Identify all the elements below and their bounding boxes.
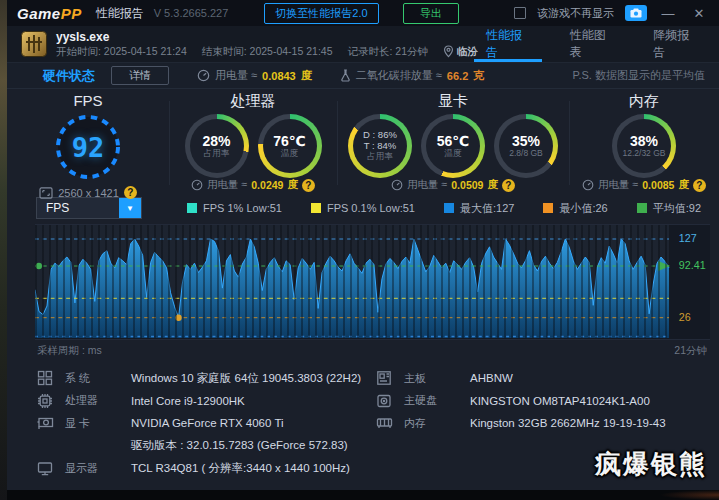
memory-power-help-icon[interactable]: ? xyxy=(693,179,706,192)
sysinfo-row-gpu: 显 卡 NVIDIA GeForce RTX 4060 Ti xyxy=(37,412,372,435)
gpu-title: 显卡 xyxy=(438,92,468,111)
screen-resolution-icon xyxy=(39,187,53,199)
end-time: 结束时间: 2025-04-15 21:45 xyxy=(202,45,333,59)
dont-show-label: 该游戏不再显示 xyxy=(537,6,614,21)
power-value: 0.0843 xyxy=(262,70,296,82)
total-power-metric: 用电量 ≈ 0.0843 度 xyxy=(197,68,312,83)
monitor-icon xyxy=(37,461,53,476)
session-header: yysls.exe 开始时间: 2025-04-15 21:24 结束时间: 2… xyxy=(7,26,719,62)
record-duration: 记录时长: 21分钟 xyxy=(348,45,429,59)
sample-period-label: 采样周期 : ms xyxy=(37,344,102,358)
gamepp-logo: GamePP xyxy=(17,5,82,22)
sysinfo-row-motherboard: 主板 AHBNW xyxy=(376,367,711,390)
system-info-left: 系 统 Windows 10 家庭版 64位 19045.3803 (22H2)… xyxy=(37,367,372,480)
gpu-power-row: 用电量 ≈ 0.0509 度 ? xyxy=(391,178,515,192)
minimize-icon[interactable]: — xyxy=(658,6,678,21)
gpu-power-help-icon[interactable]: ? xyxy=(502,179,515,192)
cpu-power-help-icon[interactable]: ? xyxy=(302,179,315,192)
system-icon xyxy=(37,370,53,386)
sysinfo-row-monitor: 显示器 TCL R34Q81 ( 分辨率:3440 x 1440 100Hz) xyxy=(37,457,372,480)
power-meter-icon xyxy=(582,179,594,191)
gpu-temp-ring: 56℃温度 xyxy=(421,114,485,178)
cpu-icon xyxy=(37,393,53,409)
co2-value: 66.2 xyxy=(447,70,468,82)
legend-swatch xyxy=(444,203,454,213)
tab-performance-chart[interactable]: 性能图表 xyxy=(562,26,622,62)
power-meter-icon xyxy=(391,179,403,191)
screenshot-camera-icon[interactable] xyxy=(625,5,647,21)
gpu-icon xyxy=(37,416,54,430)
chart-duration-label: 21分钟 xyxy=(674,344,707,358)
metric-dropdown[interactable]: FPS ▼ xyxy=(36,197,142,219)
fps-chart-panel: 12792.4126 xyxy=(35,224,710,340)
legend-item-min: 最小值:26 xyxy=(543,201,607,216)
legend-swatch xyxy=(637,203,647,213)
legend-swatch xyxy=(543,203,553,213)
sysinfo-row-driver: 驱动版本 : 32.0.15.7283 (GeForce 572.83) xyxy=(37,435,372,458)
title-bar: GamePP 性能报告 V 5.3.2665.227 切换至性能报告2.0 导出… xyxy=(7,0,719,26)
app-title: 性能报告 xyxy=(96,5,144,22)
legend-item-max: 最大值:127 xyxy=(444,201,514,216)
fps-resolution: 2560 x 1421 xyxy=(58,187,119,199)
memory-title: 内存 xyxy=(629,92,659,111)
fps-area-chart: 12792.4126 xyxy=(35,225,710,338)
co2-metric: 二氧化碳排放量 ≈ 66.2 克 xyxy=(340,68,485,83)
tab-performance-report[interactable]: 性能报告 xyxy=(478,26,538,62)
gpu-section: 显卡 D : 86%T : 84%占用率 56℃温度 35%2.8/8 GB 用… xyxy=(337,89,569,193)
hardware-status-bar: 硬件状态 详情 用电量 ≈ 0.0843 度 二氧化碳排放量 ≈ 66.2 克 … xyxy=(7,62,719,89)
tab-throttle-report[interactable]: 降频报告 xyxy=(645,26,705,62)
flask-icon xyxy=(340,69,351,82)
legend-swatch xyxy=(311,203,321,213)
gpu-vram-ring: 35%2.8/8 GB xyxy=(494,114,558,178)
chevron-down-icon[interactable]: ▼ xyxy=(119,198,141,218)
power-meter-icon xyxy=(197,69,210,82)
memory-section: 内存 38%12.2/32 GB 用电量 ≈ 0.0085 度 ? xyxy=(569,89,719,193)
cpu-section: 处理器 28%占用率 76℃温度 用电量 ≈ 0.0249 度 ? xyxy=(169,89,337,193)
fps-section: FPS 92 2560 x 1421 ? xyxy=(7,89,169,193)
start-time: 开始时间: 2025-04-15 21:24 xyxy=(56,45,187,59)
hardware-state-title: 硬件状态 xyxy=(43,67,95,85)
export-button[interactable]: 导出 xyxy=(403,3,459,24)
svg-text:26: 26 xyxy=(679,311,691,323)
legend-item-avg: 平均值:92 xyxy=(637,201,701,216)
chart-footer: 采样周期 : ms 21分钟 xyxy=(37,344,707,358)
location-badge: 临汾 xyxy=(443,45,478,59)
legend-swatch xyxy=(187,203,197,213)
memory-power-row: 用电量 ≈ 0.0085 度 ? xyxy=(582,178,706,192)
switch-report-2-button[interactable]: 切换至性能报告2.0 xyxy=(264,3,378,24)
details-button[interactable]: 详情 xyxy=(111,66,169,85)
watermark: 疯爆银熊 xyxy=(595,447,707,482)
fps-title: FPS xyxy=(73,92,102,109)
cpu-title: 处理器 xyxy=(231,92,276,111)
gpu-usage-ring: D : 86%T : 84%占用率 xyxy=(348,114,412,178)
disk-icon xyxy=(376,393,392,409)
game-icon xyxy=(21,31,47,57)
power-meter-icon xyxy=(191,179,203,191)
sysinfo-row-cpu: 处理器 Intel Core i9-12900HK xyxy=(37,390,372,413)
cpu-temp-ring: 76℃温度 xyxy=(258,114,322,178)
close-icon[interactable]: ✕ xyxy=(689,6,709,21)
gamepp-window: GamePP 性能报告 V 5.3.2665.227 切换至性能报告2.0 导出… xyxy=(7,0,719,490)
location-pin-icon xyxy=(443,45,454,58)
legend-item-01pct-low: FPS 0.1% Low:51 xyxy=(311,202,415,214)
sysinfo-row-disk: 主硬盘 KINGSTON OM8TAP41024K1-A00 xyxy=(376,390,711,413)
report-tabs: 性能报告 性能图表 降频报告 xyxy=(478,26,719,62)
fps-value: 92 xyxy=(53,112,123,182)
svg-text:127: 127 xyxy=(679,232,697,244)
ps-note: P.S. 数据图显示的是平均值 xyxy=(573,68,705,83)
chart-legend: FPS 1% Low:51 FPS 0.1% Low:51 最大值:127 最小… xyxy=(187,201,701,216)
memory-usage-ring: 38%12.2/32 GB xyxy=(612,114,676,178)
cpu-power-row: 用电量 ≈ 0.0249 度 ? xyxy=(191,178,315,192)
legend-item-1pct-low: FPS 1% Low:51 xyxy=(187,202,282,214)
version-label: V 5.3.2665.227 xyxy=(154,7,229,19)
fps-dial: 92 xyxy=(53,112,123,182)
fps-help-icon[interactable]: ? xyxy=(124,186,137,199)
sysinfo-row-ram: 内存 Kingston 32GB 2662MHz 19-19-19-43 xyxy=(376,412,711,435)
ram-icon xyxy=(376,416,393,430)
motherboard-icon xyxy=(376,370,392,386)
sysinfo-row-os: 系 统 Windows 10 家庭版 64位 19045.3803 (22H2) xyxy=(37,367,372,390)
dont-show-checkbox[interactable] xyxy=(514,7,526,19)
svg-text:92.41: 92.41 xyxy=(679,259,706,271)
process-name: yysls.exe xyxy=(56,30,478,44)
gauges-row: FPS 92 2560 x 1421 ? 处理器 28%占用率 76℃温度 xyxy=(7,89,719,193)
